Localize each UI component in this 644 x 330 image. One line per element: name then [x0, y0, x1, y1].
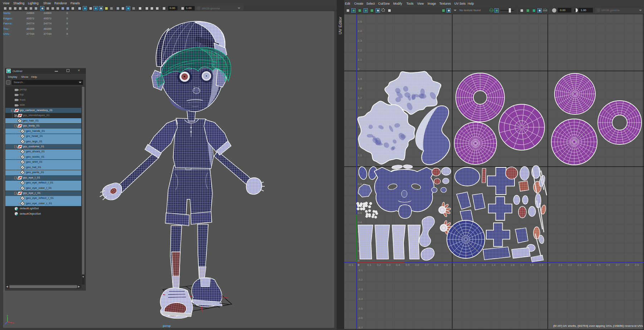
svg-text:y: y — [7, 314, 8, 317]
svg-text:1.8: 1.8 — [530, 263, 534, 267]
svg-text:2.6: 2.6 — [606, 263, 610, 267]
svg-text:0.6: 0.6 — [415, 263, 419, 267]
svg-text:1.9: 1.9 — [358, 77, 362, 81]
svg-text:2.1: 2.1 — [558, 263, 563, 267]
svg-text:1.4: 1.4 — [492, 263, 496, 267]
svg-text:1.7: 1.7 — [520, 263, 525, 267]
svg-text:1: 1 — [358, 163, 360, 167]
svg-text:-0.6: -0.6 — [358, 316, 363, 320]
svg-text:-0.5: -0.5 — [358, 307, 363, 310]
svg-text:0.9: 0.9 — [444, 263, 448, 267]
svg-text:0.4: 0.4 — [396, 263, 400, 267]
svg-text:2.1: 2.1 — [358, 58, 362, 61]
svg-text:0.2: 0.2 — [377, 263, 381, 267]
svg-text:2.9: 2.9 — [635, 263, 639, 267]
svg-text:1.6: 1.6 — [358, 106, 362, 109]
svg-text:1.9: 1.9 — [539, 263, 543, 267]
svg-text:2.4: 2.4 — [358, 29, 362, 33]
svg-text:-0.4: -0.4 — [358, 297, 363, 301]
svg-text:0: 0 — [358, 263, 360, 267]
svg-text:-0.1: -0.1 — [358, 269, 363, 272]
svg-text:0: 0 — [358, 259, 360, 262]
svg-text:1: 1 — [453, 263, 455, 267]
svg-text:1.1: 1.1 — [463, 263, 467, 267]
svg-text:0.4: 0.4 — [358, 221, 362, 224]
svg-text:0.1: 0.1 — [367, 263, 372, 267]
svg-text:1.7: 1.7 — [358, 96, 362, 100]
svg-text:1.1: 1.1 — [358, 154, 362, 157]
svg-text:1.8: 1.8 — [358, 87, 362, 90]
svg-text:0.5: 0.5 — [358, 211, 362, 215]
svg-text:x: x — [13, 322, 14, 324]
svg-text:2.5: 2.5 — [358, 20, 362, 23]
svg-text:2: 2 — [549, 263, 551, 267]
svg-text:2.2: 2.2 — [568, 263, 572, 267]
svg-text:-0.2: -0.2 — [358, 278, 363, 281]
svg-text:2.5: 2.5 — [597, 263, 601, 267]
svg-text:2.3: 2.3 — [577, 263, 582, 267]
svg-text:-0.3: -0.3 — [358, 288, 363, 291]
svg-text:2: 2 — [358, 68, 360, 71]
svg-text:0.8: 0.8 — [434, 263, 439, 267]
svg-text:2.8: 2.8 — [625, 263, 630, 267]
svg-text:2.3: 2.3 — [358, 39, 362, 42]
svg-text:2.4: 2.4 — [587, 263, 591, 267]
svg-text:-0.1: -0.1 — [348, 263, 353, 267]
svg-text:1.6: 1.6 — [511, 263, 515, 267]
svg-text:2.2: 2.2 — [358, 49, 362, 52]
svg-text:0.7: 0.7 — [425, 263, 429, 267]
svg-text:2.7: 2.7 — [616, 263, 620, 267]
svg-text:0.8: 0.8 — [358, 182, 362, 186]
svg-text:1.2: 1.2 — [472, 263, 477, 267]
svg-text:0.3: 0.3 — [386, 263, 391, 267]
svg-text:0.5: 0.5 — [406, 263, 410, 267]
svg-text:1.5: 1.5 — [501, 263, 506, 267]
svg-text:1.3: 1.3 — [482, 263, 486, 267]
